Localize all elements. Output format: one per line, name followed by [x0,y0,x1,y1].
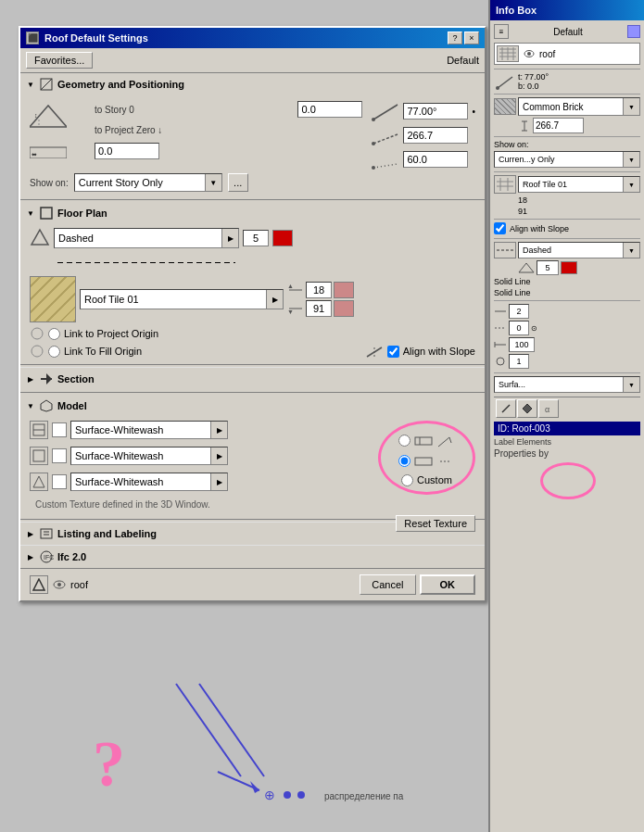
surface-color-2 [52,448,67,463]
story-input[interactable] [297,101,362,118]
svg-marker-42 [33,579,44,590]
angle-input[interactable] [403,103,468,120]
svg-marker-71 [523,404,532,413]
link-fill-radio[interactable] [48,346,60,358]
surface-3-arrow[interactable]: ▶ [210,473,227,490]
info-show-on-arrow[interactable]: ▼ [623,152,639,167]
info-tile-value: Roof Tile 01 [519,179,623,190]
info-surface-arrow[interactable]: ▼ [623,377,639,392]
favorites-button[interactable]: Favorites... [26,52,93,69]
info-tile-dropdown[interactable]: Roof Tile 01 ▼ [518,176,640,193]
floor-plan-section-header[interactable]: ▼ Floor Plan [20,202,485,224]
line-color-box[interactable] [272,230,293,246]
reset-texture-button[interactable]: Reset Texture [396,515,475,532]
svg-text:▲: ▲ [287,283,294,289]
height1-input[interactable] [403,127,468,144]
svg-line-34 [449,437,451,443]
info-box-title: Info Box [490,0,644,20]
svg-text:IFC: IFC [44,554,54,561]
info-surface-dropdown[interactable]: Surfa... ▼ [494,376,640,393]
tile-num3-input[interactable] [306,300,332,317]
value1-input[interactable] [95,143,159,159]
close-button[interactable]: × [464,32,479,44]
show-on-arrow[interactable]: ▼ [205,174,221,191]
info-line-num-input[interactable] [537,260,559,275]
info-line-color[interactable] [561,261,577,274]
story-row: to Story 0 [95,101,362,118]
ifc-section-header[interactable]: ▶ IFC Ifc 2.0 [20,545,485,568]
ok-button[interactable]: OK [420,574,476,595]
section-toggle-icon: ▶ [26,374,35,384]
info-align-checkbox[interactable] [494,222,506,234]
line-num1-input[interactable] [243,230,269,246]
svg-text:?: ? [93,728,125,800]
info-number-rows: ⊙ [494,304,640,369]
section-icon [39,372,54,386]
info-material-dropdown[interactable]: Common Brick ▼ [518,97,640,116]
angle-icon2 [372,125,399,145]
surface-dropdown-3[interactable]: Surface-Whitewash ▶ [70,473,228,491]
dialog-title-text: Roof Default Settings [44,32,148,44]
geometry-section-header[interactable]: ▼ Geometry and Positioning [20,73,485,95]
listing-section-header[interactable]: ▶ Listing and Labeling [20,522,396,545]
info-dashed-row: Dashed ▼ [494,242,640,258]
surface-1-arrow[interactable]: ▶ [210,422,227,438]
info-line-num-row [518,260,640,275]
info-show-on-label: Show on: [494,140,640,149]
info-bottom-toolbar: α [494,397,640,420]
tile-dropdown[interactable]: Roof Tile 01 ▶ [80,289,284,309]
title-buttons: ? × [448,32,479,44]
tool-alpha[interactable]: α [538,399,559,418]
ifc-icon: IFC [39,549,54,564]
tool-diamond[interactable] [517,399,537,418]
show-on-dropdown[interactable]: Current Story Only ▼ [74,173,222,192]
tile-color2[interactable] [334,282,354,298]
help-button[interactable]: ? [448,32,462,44]
svg-rect-37 [41,529,52,538]
height2-input[interactable] [403,151,468,168]
tool-pencil[interactable] [496,399,516,418]
info-angle-icon [494,72,516,91]
listing-toggle-icon: ▶ [26,529,35,538]
info-material-arrow[interactable]: ▼ [623,98,639,115]
line-type-arrow[interactable]: ▶ [221,229,238,247]
info-dashed-dropdown[interactable]: Dashed ▼ [518,242,640,258]
eye-icon [52,578,67,591]
tile-color3[interactable] [334,300,354,317]
info-show-on-dropdown[interactable]: Curren...y Only ▼ [494,151,640,168]
cancel-button[interactable]: Cancel [360,574,415,595]
svg-marker-30 [33,476,44,487]
surface-2-arrow[interactable]: ▶ [210,448,227,464]
ellipsis-button[interactable]: ... [228,173,248,192]
svg-line-69 [502,405,510,412]
info-n4-input[interactable] [509,354,529,369]
line-type-dropdown[interactable]: Dashed ▶ [54,228,239,248]
section-header[interactable]: ▶ Section [20,367,485,390]
model-section-header[interactable]: ▼ Model [20,395,485,417]
info-icon1[interactable]: ≡ [494,24,509,39]
surface-dropdown-1[interactable]: Surface-Whitewash ▶ [70,421,228,439]
info-n3-input[interactable] [509,337,535,352]
info-n1-input[interactable] [509,304,529,319]
tile-dropdown-arrow[interactable]: ▶ [266,290,283,309]
texture-radio-3[interactable] [401,474,413,486]
info-height-input[interactable] [533,118,584,133]
align-with-slope-checkbox[interactable] [387,346,399,358]
link-project-radio[interactable] [48,328,60,340]
radio-row-1 [398,434,455,448]
svg-line-53 [498,77,512,88]
surface-2-value: Surface-Whitewash [71,449,210,462]
info-material-icon [494,98,516,115]
annotation-overlay: ? ⊕ распределение па [0,628,482,832]
info-default-tab[interactable]: Default [553,27,583,37]
info-align-label: Align with Slope [510,224,569,233]
info-dashed-arrow[interactable]: ▼ [623,243,639,258]
texture-radio-2[interactable] [398,455,410,467]
tile-num2-input[interactable] [306,282,332,298]
info-n2-input[interactable] [509,321,529,335]
info-tile-arrow[interactable]: ▼ [623,177,639,192]
texture-radio-1[interactable] [398,435,410,447]
align-with-slope-label: Align with Slope [403,346,475,357]
surface-dropdown-2[interactable]: Surface-Whitewash ▶ [70,447,228,465]
to-story-label: to Story 0 [95,105,134,115]
